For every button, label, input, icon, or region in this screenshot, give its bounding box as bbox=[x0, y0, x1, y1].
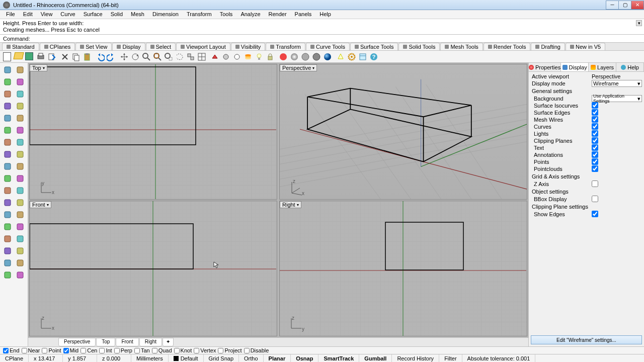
sphere-2-icon[interactable] bbox=[311, 51, 322, 62]
left-tool-fillet[interactable] bbox=[14, 148, 26, 160]
save-file-icon[interactable] bbox=[24, 51, 35, 62]
osnap-point[interactable]: Point bbox=[42, 347, 61, 353]
menu-dimension[interactable]: Dimension bbox=[148, 10, 183, 19]
viewport-top[interactable]: Top▾ y x bbox=[29, 64, 277, 200]
osnap-tan[interactable]: Tan bbox=[134, 347, 150, 353]
osnap-quad[interactable]: Quad bbox=[152, 347, 172, 353]
status-layer[interactable]: Default bbox=[169, 354, 204, 362]
left-tool-tool-33[interactable] bbox=[14, 257, 26, 269]
toolbar-tab-new-in-v5[interactable]: New in V5 bbox=[566, 43, 605, 50]
tab-properties[interactable]: Properties bbox=[529, 63, 561, 71]
vp-tab-front[interactable]: Front bbox=[116, 338, 138, 346]
left-tool-tool-34[interactable] bbox=[1, 269, 14, 281]
display-curves-checkbox[interactable] bbox=[592, 123, 598, 130]
osnap-mid[interactable]: Mid bbox=[63, 347, 79, 353]
osnap-near[interactable]: Near bbox=[22, 347, 40, 353]
left-tool-boolean[interactable] bbox=[1, 148, 14, 160]
zoom-icon[interactable] bbox=[141, 51, 152, 62]
left-tool-curve[interactable] bbox=[14, 100, 26, 112]
cplane-icon[interactable] bbox=[185, 51, 196, 62]
viewport-right[interactable]: Right▾ z y bbox=[279, 201, 527, 336]
status-toggle-smarttrack[interactable]: SmartTrack bbox=[318, 354, 359, 362]
status-units[interactable]: Millimeters bbox=[131, 354, 169, 362]
display-pointclouds-checkbox[interactable] bbox=[592, 165, 598, 172]
viewport-top-label[interactable]: Top▾ bbox=[30, 64, 47, 71]
viewport-perspective-label[interactable]: Perspective▾ bbox=[280, 64, 317, 71]
osnap-int[interactable]: Int bbox=[99, 347, 112, 353]
left-tool-mesh[interactable] bbox=[1, 136, 14, 148]
layer-icon[interactable] bbox=[243, 51, 254, 62]
close-button[interactable]: ✕ bbox=[631, 1, 644, 10]
toolbar-tab-render-tools[interactable]: Render Tools bbox=[484, 43, 531, 50]
command-scroll-icon[interactable]: ▾ bbox=[636, 20, 642, 26]
menu-transform[interactable]: Transform bbox=[183, 10, 216, 19]
left-tool-array[interactable] bbox=[1, 172, 14, 185]
tab-display[interactable]: Display bbox=[561, 63, 589, 71]
status-cplane[interactable]: CPlane bbox=[0, 354, 29, 362]
move-icon[interactable] bbox=[119, 51, 130, 62]
left-tool-tool-26[interactable] bbox=[1, 221, 14, 233]
display-annotations-checkbox[interactable] bbox=[592, 151, 598, 158]
menu-file[interactable]: File bbox=[2, 10, 19, 19]
menu-edit[interactable]: Edit bbox=[19, 10, 37, 19]
menu-tools[interactable]: Tools bbox=[216, 10, 237, 19]
tab-layers[interactable]: Layers bbox=[589, 63, 616, 71]
display-points-checkbox[interactable] bbox=[592, 158, 598, 165]
cut-icon[interactable] bbox=[59, 51, 70, 62]
left-tool-ctrl-pts[interactable] bbox=[1, 112, 14, 124]
left-tool-paint[interactable] bbox=[1, 197, 14, 209]
background-select[interactable]: Use Application Settings▾ bbox=[592, 95, 642, 102]
toolbar-tab-cplanes[interactable]: CPlanes bbox=[40, 43, 75, 50]
open-file-icon[interactable] bbox=[13, 51, 24, 62]
show-icon[interactable] bbox=[231, 51, 243, 62]
options-icon[interactable] bbox=[346, 51, 357, 62]
rotate-view-icon[interactable] bbox=[130, 51, 141, 62]
osnap-vertex[interactable]: Vertex bbox=[194, 347, 216, 353]
display-mesh-wires-checkbox[interactable] bbox=[592, 116, 598, 123]
left-tool-properties[interactable] bbox=[1, 209, 14, 221]
lock-icon[interactable] bbox=[265, 51, 276, 62]
left-tool-gumball[interactable] bbox=[1, 185, 14, 197]
menu-mesh[interactable]: Mesh bbox=[127, 10, 148, 19]
vp-tab-perspective[interactable]: Perspective bbox=[58, 338, 96, 346]
toolbar-tab-solid-tools[interactable]: Solid Tools bbox=[398, 43, 440, 50]
zoom-extents-icon[interactable] bbox=[152, 51, 163, 62]
properties-icon[interactable] bbox=[357, 51, 368, 62]
left-tool-solid-box[interactable] bbox=[1, 124, 14, 136]
setview-icon[interactable] bbox=[196, 51, 207, 62]
render-preview-icon[interactable] bbox=[289, 51, 300, 62]
lasso-select-icon[interactable] bbox=[174, 51, 185, 62]
toolbar-tab-viewport-layout[interactable]: Viewport Layout bbox=[176, 43, 230, 50]
left-tool-circle[interactable] bbox=[14, 76, 26, 88]
display-surface-edges-checkbox[interactable] bbox=[592, 109, 598, 116]
left-tool-surf-tools[interactable] bbox=[14, 112, 26, 124]
osnap-disable[interactable]: Disable bbox=[244, 347, 269, 353]
render-icon[interactable] bbox=[278, 51, 289, 62]
left-tool-polyline[interactable] bbox=[1, 76, 14, 88]
zoom-window-icon[interactable] bbox=[163, 51, 174, 62]
bbox-checkbox[interactable] bbox=[592, 196, 598, 202]
menu-render[interactable]: Render bbox=[265, 10, 291, 19]
sphere-1-icon[interactable] bbox=[300, 51, 311, 62]
left-tool-lasso[interactable] bbox=[14, 64, 26, 76]
new-file-icon[interactable] bbox=[2, 51, 13, 62]
status-toggle-ortho[interactable]: Ortho bbox=[239, 354, 264, 362]
menu-view[interactable]: View bbox=[37, 10, 57, 19]
toolbar-tab-mesh-tools[interactable]: Mesh Tools bbox=[440, 43, 482, 50]
export-icon[interactable] bbox=[46, 51, 57, 62]
left-tool-tool-29[interactable] bbox=[14, 233, 26, 245]
spotlight-icon[interactable] bbox=[335, 51, 346, 62]
toolbar-tab-visibility[interactable]: Visibility bbox=[231, 43, 266, 50]
left-tool-line[interactable] bbox=[1, 88, 14, 100]
left-tool-pointer[interactable] bbox=[1, 64, 14, 76]
paste-icon[interactable] bbox=[82, 51, 93, 62]
viewport-front[interactable]: Front▾ z x bbox=[29, 201, 277, 336]
toolbar-tab-curve-tools[interactable]: Curve Tools bbox=[306, 43, 350, 50]
status-toggle-osnap[interactable]: Osnap bbox=[291, 354, 318, 362]
left-tool-rectangle[interactable] bbox=[14, 88, 26, 100]
left-tool-tool-28[interactable] bbox=[1, 233, 14, 245]
print-icon[interactable] bbox=[35, 51, 46, 62]
toolbar-tab-drafting[interactable]: Drafting bbox=[531, 43, 565, 50]
shade-icon[interactable] bbox=[209, 51, 220, 62]
display-surface-isocurves-checkbox[interactable] bbox=[592, 102, 598, 109]
